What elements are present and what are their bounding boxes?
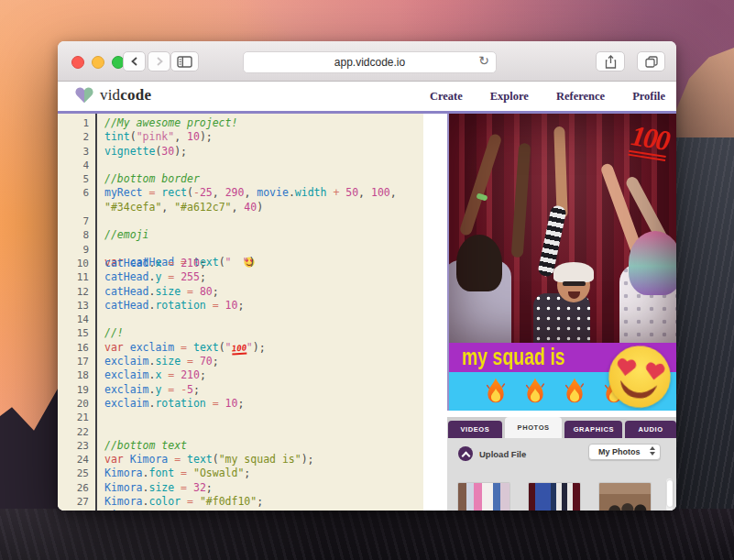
photo-thumbnail-3[interactable] [599,483,651,511]
sidebar-toggle-button[interactable] [170,51,199,71]
code-token: "#f0df10" [200,495,257,508]
code-line: 9var catHead = text(" ") [58,243,423,257]
site-header: vidcode CreateExploreReferenceProfile [58,82,676,114]
code-token: 290 [225,186,245,199]
code-token: " [246,341,253,354]
code-token: rotation [155,299,205,312]
browser-toolbar: app.vidcode.io ↻ [58,41,676,82]
line-number: 18 [58,368,95,382]
code-token: ; [206,481,213,494]
code-editor[interactable]: 1//My awesome project!2tint("pink", 10);… [58,114,423,511]
code-line: 10catHead.x = 210; [58,257,423,270]
code-token: = [143,186,162,199]
line-number: 21 [58,411,95,424]
code-line: 23//bottom text [58,439,423,453]
vidcode-logo[interactable]: vidcode [74,86,151,104]
code-token: Kimora [104,481,143,494]
code-token: . [289,186,295,199]
upload-file-button[interactable]: Upload File [458,446,526,461]
traffic-lights [71,56,125,69]
photo-thumbnail-1[interactable] [458,483,509,511]
code-token: "#a612c7" [174,201,231,214]
code-token: ; [244,467,250,479]
scrollbar-thumb[interactable] [667,480,673,507]
code-token: 30 [161,145,174,158]
code-token: = [161,257,181,269]
back-button[interactable] [123,51,146,71]
line-number: 22 [58,425,95,439]
code-token: exclaim [104,397,148,410]
code-token: , [244,186,257,199]
code-token: = [206,397,225,410]
line-number: 12 [58,285,95,299]
share-icon [605,55,617,69]
tab-videos[interactable]: VIDEOS [448,421,502,438]
video-preview[interactable]: 100 my squad is [447,114,676,411]
tab-overview-button[interactable] [637,51,665,71]
code-token: var [104,453,130,466]
code-token: , [390,186,397,199]
close-button[interactable] [71,56,84,69]
line-number: 15 [58,326,95,340]
code-token: Kimora [104,495,143,508]
code-token: movie [257,186,289,199]
figure-arm [459,133,503,236]
figure-arm [511,143,531,258]
library-scrollbar[interactable] [666,478,673,511]
line-number: 19 [58,383,95,397]
tab-photos[interactable]: PHOTOS [505,417,563,438]
code-token: "pink" [137,130,175,143]
tabs-icon [645,56,658,68]
line-number: 3 [58,145,95,159]
line-number: 9 [58,243,95,257]
code-token: ; [200,257,206,269]
tab-audio[interactable]: AUDIO [625,421,676,438]
back-icon [130,56,139,67]
code-token: exclaim [104,355,148,368]
tab-graphics[interactable]: GRAPHICS [564,421,622,438]
photo-thumbnail-2[interactable] [529,483,580,511]
code-token: 25 [200,186,213,199]
wallpaper-rocks [0,509,734,560]
code-line: 28Kimora. [58,509,423,511]
code-line: 26Kimora.size = 32; [58,481,423,495]
figure-arm [553,126,567,218]
code-token: exclaim [104,383,148,396]
line-number: 2 [58,130,95,144]
code-token: 255 [181,270,200,283]
line-number: 26 [58,481,95,495]
figure-arm [624,175,676,261]
media-tabs: VIDEOSPHOTOSGRAPHICSAUDIO [447,417,676,438]
code-token: ); [200,130,213,143]
code-token: = [161,383,181,396]
code-token: = [174,481,193,494]
figure-torso [619,264,676,348]
code-token: ; [213,285,219,298]
main-nav: CreateExploreReferenceProfile [430,82,665,111]
code-line: 24var Kimora = text("my squad is"); [58,453,423,467]
figure-smile [568,291,580,299]
video-caption-text: my squad is [462,344,565,370]
code-token: size [155,285,181,298]
nav-reference[interactable]: Reference [556,90,605,104]
line-number: 20 [58,397,95,411]
line-number: 6 [58,186,95,200]
collection-select[interactable]: My Photos [588,444,661,460]
share-button[interactable] [596,51,625,71]
code-token: vignette [104,145,155,158]
address-bar[interactable]: app.vidcode.io ↻ [243,51,497,73]
code-token: . [143,509,149,511]
line-number [58,201,95,214]
forward-button[interactable] [148,51,170,71]
figure-arm [599,162,643,257]
nav-profile[interactable]: Profile [632,90,665,104]
reload-icon[interactable]: ↻ [478,53,489,68]
line-number: 8 [58,228,95,242]
code-token: 210 [181,368,200,381]
nav-create[interactable]: Create [430,90,463,104]
code-line: 22 [58,425,423,439]
code-line: 13catHead.rotation = 10; [58,299,423,313]
select-stepper-icon [650,446,655,456]
nav-explore[interactable]: Explore [490,90,529,104]
minimize-button[interactable] [92,56,104,69]
